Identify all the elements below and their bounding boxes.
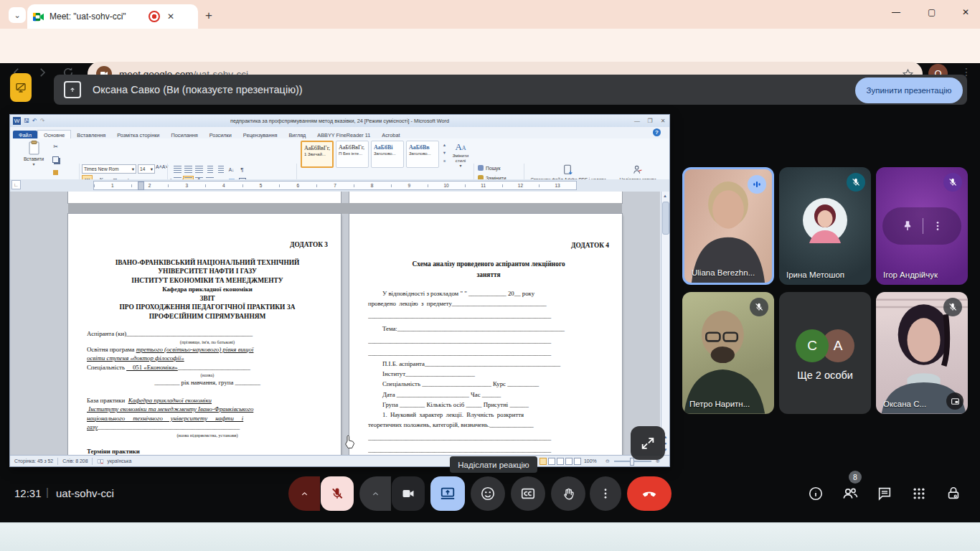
vertical-scrollbar[interactable]: ▲ ▲●▼ — [661, 192, 669, 455]
participant-name: Uliana Berezhn... — [692, 268, 755, 277]
host-controls-button[interactable] — [936, 476, 971, 511]
sort-icon[interactable]: А↓ — [226, 164, 237, 175]
word-count[interactable]: Слів: 8 208 — [62, 458, 88, 463]
tile-menu-icon[interactable] — [932, 220, 943, 232]
new-tab-button[interactable]: + — [205, 9, 212, 23]
chat-button[interactable] — [867, 476, 902, 511]
word-ribbon: Вставити ▾ ✂ Буфер обміну Times New Rom▾… — [10, 138, 669, 180]
mic-toggle-button[interactable] — [321, 476, 354, 511]
more-options-button[interactable] — [590, 476, 621, 511]
tile-ihor[interactable]: Ігор Андрійчук — [876, 167, 968, 285]
tab-selector[interactable]: ∟ — [11, 180, 21, 189]
view-buttons[interactable] — [540, 458, 583, 465]
camera-toggle-button[interactable] — [392, 476, 425, 511]
meeting-info-button[interactable] — [798, 476, 833, 511]
meeting-time: 12:31 — [14, 487, 42, 499]
paste-button[interactable]: Вставити ▾ — [23, 141, 44, 166]
font-size-select[interactable]: 14▾ — [138, 164, 155, 174]
tile-overflow[interactable]: C A Ще 2 особи — [779, 292, 871, 414]
zoom-slider-thumb[interactable] — [630, 458, 634, 466]
tile-uliana[interactable]: Uliana Berezhn... — [682, 167, 774, 285]
doc-line: ________ рік навчання, група ________ — [87, 378, 328, 387]
participant-name: Оксана С... — [883, 400, 926, 408]
presentation-thumbnail-icon[interactable] — [10, 73, 32, 102]
style-card[interactable]: АаБбВвЗаголово... — [406, 141, 439, 168]
document-area[interactable]: ДОДАТОК 3ІВАНО-ФРАНКІВСЬКИЙ НАЦІОНАЛЬНИЙ… — [10, 192, 660, 455]
change-styles-button[interactable]: AA Змінити стилі ▾ — [450, 141, 471, 168]
zoom-out-icon[interactable]: ⊖ — [606, 458, 610, 464]
expand-presentation-button[interactable] — [631, 426, 665, 460]
captions-button[interactable] — [511, 476, 545, 511]
style-gallery-scroll[interactable]: ▲▼≡ — [441, 141, 448, 165]
mic-options-button[interactable] — [288, 476, 320, 511]
ruler-number: 5 — [242, 182, 280, 189]
bullets-icon[interactable] — [172, 164, 183, 175]
overflow-label: Ще 2 особи — [779, 369, 871, 381]
doc-line: УНІВЕРСИТЕТ НАФТИ І ГАЗУ — [87, 267, 328, 276]
end-call-button[interactable] — [627, 476, 672, 511]
language-label[interactable]: українська — [107, 458, 131, 463]
stop-presentation-button[interactable]: Зупинити презентацію — [855, 77, 963, 103]
page-count[interactable]: Сторінка: 45 з 52 — [14, 458, 53, 463]
indent-marker[interactable] — [138, 182, 144, 190]
mic-off-icon — [943, 298, 962, 316]
tile-oksana[interactable]: Оксана С... — [876, 292, 968, 414]
show-marks-icon[interactable]: ¶ — [237, 164, 248, 175]
format-painter-icon[interactable] — [50, 167, 61, 178]
activities-button[interactable] — [902, 476, 936, 511]
forward-button[interactable] — [36, 66, 49, 79]
participant-name: Ірина Метошоп — [786, 270, 844, 279]
window-close-button[interactable]: ✕ — [962, 7, 969, 17]
overflow-avatars: C A — [796, 329, 854, 362]
style-card[interactable]: АаБбВвГг,1 Звичай... — [301, 141, 334, 168]
document-page-right[interactable]: ДОДАТОК 4Схема аналізу проведеного аспір… — [349, 214, 622, 455]
clipboard-small-buttons[interactable]: ✂ — [50, 141, 60, 180]
doc-line: ДОДАТОК 3 — [87, 240, 328, 250]
browser-tab[interactable]: Meet: "uat-sohv-cci" ✕ — [27, 4, 198, 29]
pin-icon[interactable] — [901, 220, 914, 232]
word-close-button[interactable]: ✕ — [657, 117, 669, 125]
reactions-button[interactable] — [471, 476, 505, 511]
paragraph-row1: А↓ ¶ — [172, 164, 248, 175]
camera-options-button[interactable] — [359, 476, 391, 511]
editing-item[interactable]: Пошук — [478, 163, 507, 173]
horizontal-ruler[interactable]: 12345678910111213 — [93, 181, 577, 190]
cut-icon[interactable]: ✂ — [50, 141, 61, 152]
scrollbar-thumb[interactable] — [662, 202, 669, 235]
decrease-indent-icon[interactable] — [204, 164, 215, 175]
font-name-select[interactable]: Times New Rom▾ — [82, 164, 136, 174]
tab-search-icon[interactable]: ⌄ — [9, 7, 26, 23]
style-card[interactable]: АаБбВвГг,П Без інте... — [336, 141, 369, 168]
tile-petro[interactable]: Петро Наритн... — [682, 292, 774, 414]
zoom-level[interactable]: 100% — [584, 458, 597, 463]
style-card[interactable]: АаБбВіЗаголово... — [371, 141, 404, 168]
copy-icon[interactable] — [50, 154, 61, 165]
word-help-icon[interactable]: ? — [653, 128, 661, 136]
pip-icon[interactable] — [946, 392, 963, 410]
grow-shrink-font-buttons[interactable]: A˄A˅ — [156, 164, 169, 169]
word-minimize-button[interactable]: — — [631, 117, 643, 125]
browser-tab-strip: ⌄ Meet: "uat-sohv-cci" ✕ + — ▢ ✕ — [0, 0, 980, 29]
word-status-bar: Сторінка: 45 з 52 Слів: 8 208 українська… — [10, 455, 669, 466]
mic-off-icon — [750, 298, 768, 316]
multilevel-list-icon[interactable] — [194, 164, 204, 175]
spellcheck-icon[interactable] — [97, 458, 104, 465]
doc-line: національного технічного університету на… — [87, 414, 328, 423]
taskbar: Пошук 0 W 0 — [0, 522, 980, 551]
doc-line: Терміни практики — [87, 447, 328, 456]
present-screen-button[interactable] — [430, 476, 465, 511]
raise-hand-button[interactable] — [551, 476, 585, 511]
word-restore-button[interactable]: ❐ — [644, 117, 656, 125]
doc-line: Схема аналізу проведеного аспірантом лек… — [368, 259, 609, 269]
numbering-icon[interactable] — [183, 164, 194, 175]
doc-line: 1. Науковий характер лекції. Влучність р… — [368, 410, 609, 420]
tab-close-icon[interactable]: ✕ — [167, 11, 174, 22]
window-maximize-button[interactable]: ▢ — [928, 7, 936, 17]
window-minimize-button[interactable]: — — [892, 7, 900, 17]
participant-name: Ігор Андрійчук — [883, 270, 938, 279]
tile-iryna[interactable]: Ірина Метошоп — [779, 167, 871, 285]
document-page-left[interactable]: ДОДАТОК 3ІВАНО-ФРАНКІВСЬКИЙ НАЦІОНАЛЬНИЙ… — [68, 214, 341, 455]
increase-indent-icon[interactable] — [215, 164, 226, 175]
ruler-number: 3 — [168, 182, 205, 189]
tab-title: Meet: "uat-sohv-cci" — [50, 11, 149, 22]
